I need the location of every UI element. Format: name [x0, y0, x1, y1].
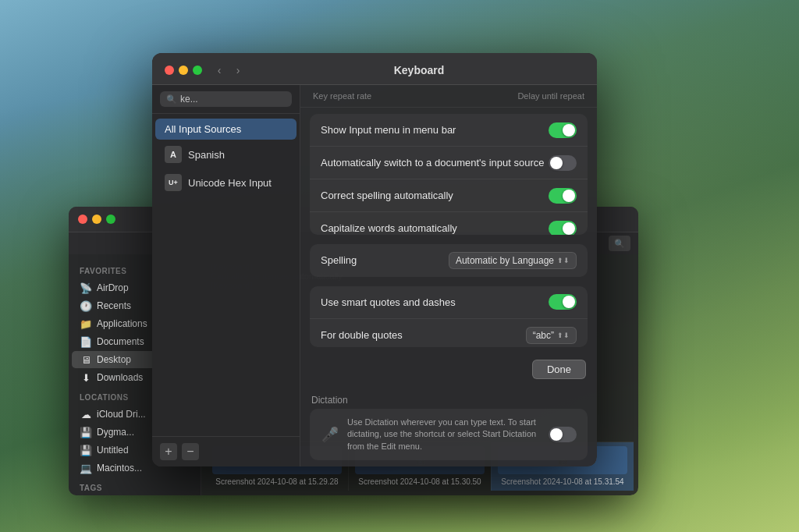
spelling-label: Spelling [321, 254, 357, 266]
smart-quotes-row: Use smart quotes and dashes [310, 286, 588, 319]
sidebar-item-label: Desktop [97, 354, 131, 365]
auto-switch-label: Automatically switch to a document's inp… [321, 157, 544, 168]
settings-header: Key repeat rate Delay until repeat [300, 85, 597, 108]
capitalize-words-row: Capitalize words automatically [310, 212, 588, 235]
spelling-row: Spelling Automatic by Language ⬆⬇ [310, 244, 588, 277]
header-delay: Delay until repeat [517, 91, 584, 101]
smart-quotes-toggle[interactable] [549, 294, 577, 310]
sidebar-item-label: AirDrop [97, 282, 129, 293]
icloud-icon: ☁ [80, 408, 92, 420]
modal-left-bottom: + − [152, 436, 300, 466]
sidebar-item-label: Recents [97, 300, 131, 311]
modal-close-button[interactable] [165, 66, 174, 75]
modal-traffic-lights [165, 66, 202, 75]
search-icon: 🔍 [166, 94, 177, 105]
search-input[interactable] [180, 94, 286, 105]
sidebar-item-label: Applications [97, 318, 147, 329]
finder-search-icon[interactable]: 🔍 [609, 236, 630, 251]
dictation-section: Dictation 🎤 Use Dictation wherever you c… [310, 390, 588, 460]
spanish-icon: A [165, 146, 182, 163]
search-area: 🔍 [152, 85, 300, 114]
toggle-knob [550, 428, 563, 441]
toggle-knob [563, 190, 575, 202]
recents-icon: 🕐 [80, 300, 92, 312]
modal-left-panel: 🔍 All Input Sources A Spanish U+ Unicode… [152, 85, 300, 466]
finder-traffic-lights [78, 215, 115, 224]
screenshot-1-label: Screenshot 2024-10-08 at 15.29.28 [215, 477, 338, 487]
sidebar-item-label: Untitled [97, 445, 129, 456]
documents-icon: 📄 [80, 335, 92, 348]
modal-title: Keyboard [254, 64, 584, 76]
sidebar-item-label: Downloads [97, 372, 143, 383]
dictation-row: 🎤 Use Dictation wherever you can type te… [310, 409, 588, 460]
show-input-menu-toggle[interactable] [549, 122, 577, 138]
modal-right-panel: Key repeat rate Delay until repeat Show … [300, 85, 597, 466]
smart-quotes-label: Use smart quotes and dashes [321, 296, 456, 308]
add-input-source-button[interactable]: + [160, 443, 177, 460]
spelling-dropdown-arrow: ⬆⬇ [557, 257, 570, 264]
mic-icon: 🎤 [321, 425, 339, 444]
finder-close-button[interactable] [78, 215, 87, 224]
double-quotes-value: “abc” [533, 330, 554, 341]
unicode-label: Unicode Hex Input [188, 177, 272, 189]
toggle-knob [563, 222, 575, 235]
unicode-input-source[interactable]: U+ Unicode Hex Input [155, 169, 297, 196]
nav-forward-button[interactable]: › [230, 62, 246, 78]
correct-spelling-label: Correct spelling automatically [321, 190, 453, 201]
correct-spelling-row: Correct spelling automatically [310, 179, 588, 212]
toggle-knob [563, 124, 575, 137]
search-bar: 🔍 [160, 91, 292, 107]
sidebar-item-label: Dygma... [97, 427, 134, 438]
correct-spelling-toggle[interactable] [549, 188, 577, 204]
double-quotes-row: For double quotes “abc” ⬆⬇ [310, 319, 588, 347]
capitalize-words-toggle[interactable] [549, 221, 577, 235]
screenshot-3-label: Screenshot 2024-10-08 at 15.31.54 [501, 477, 623, 487]
finder-minimize-button[interactable] [92, 215, 101, 224]
untitled-icon: 💾 [80, 444, 92, 456]
double-quotes-dropdown[interactable]: “abc” ⬆⬇ [526, 327, 577, 344]
modal-titlebar: ‹ › Keyboard [152, 53, 597, 85]
spanish-label: Spanish [188, 149, 225, 161]
sidebar-item-label: Macintos... [97, 463, 142, 473]
done-button[interactable]: Done [532, 360, 586, 379]
modal-body: 🔍 All Input Sources A Spanish U+ Unicode… [152, 85, 597, 466]
remove-input-source-button[interactable]: − [182, 443, 199, 460]
smart-quotes-group: Use smart quotes and dashes For double q… [310, 286, 588, 347]
double-quotes-label: For double quotes [321, 329, 403, 341]
dygma-icon: 💾 [80, 426, 92, 438]
double-quotes-dropdown-arrow: ⬆⬇ [557, 332, 570, 339]
show-input-menu-row: Show Input menu in menu bar [310, 114, 588, 147]
dictation-text: Use Dictation wherever you can type text… [347, 417, 541, 452]
downloads-icon: ⬇ [80, 371, 92, 384]
nav-back-button[interactable]: ‹ [211, 62, 227, 78]
toggle-knob [550, 157, 563, 169]
desktop-icon: 🖥 [80, 353, 92, 366]
sidebar-item-label: iCloud Dri... [97, 409, 146, 420]
all-input-sources-item[interactable]: All Input Sources [155, 119, 297, 140]
spanish-input-source[interactable]: A Spanish [155, 141, 297, 168]
dictation-header: Dictation [310, 390, 588, 409]
auto-switch-toggle[interactable] [549, 155, 577, 171]
dictation-toggle[interactable] [549, 427, 577, 442]
all-sources-label: All Input Sources [165, 123, 241, 135]
toggle-knob [563, 296, 575, 308]
input-sources-list: All Input Sources A Spanish U+ Unicode H… [152, 114, 300, 436]
modal-minimize-button[interactable] [179, 66, 188, 75]
applications-icon: 📁 [80, 317, 92, 330]
airdrop-icon: 📡 [80, 282, 92, 294]
modal-nav: ‹ › [211, 62, 246, 78]
capitalize-words-label: Capitalize words automatically [321, 222, 457, 234]
tags-header: Tags [69, 477, 201, 495]
auto-switch-row: Automatically switch to a document's inp… [310, 147, 588, 179]
sidebar-item-label: Documents [97, 336, 144, 347]
modal-maximize-button[interactable] [193, 66, 202, 75]
main-settings-group: Show Input menu in menu bar Automaticall… [310, 114, 588, 235]
spelling-dropdown[interactable]: Automatic by Language ⬆⬇ [449, 252, 577, 269]
unicode-icon: U+ [165, 174, 182, 191]
header-key-repeat: Key repeat rate [313, 91, 371, 101]
screenshot-2-label: Screenshot 2024-10-08 at 15.30.50 [358, 477, 481, 487]
spelling-value: Automatic by Language [456, 255, 554, 266]
keyboard-modal: ‹ › Keyboard 🔍 All Input Sources A Spani… [152, 53, 597, 466]
finder-maximize-button[interactable] [106, 215, 115, 224]
macintosh-icon: 💻 [80, 462, 92, 474]
